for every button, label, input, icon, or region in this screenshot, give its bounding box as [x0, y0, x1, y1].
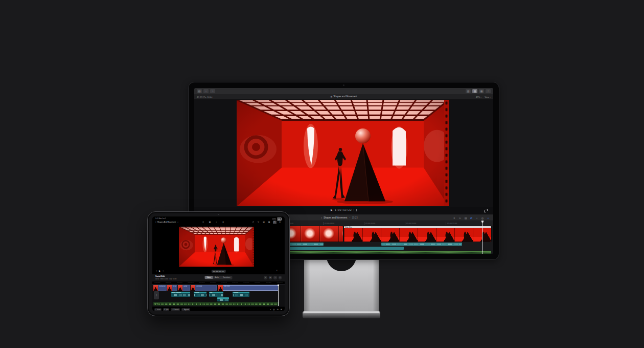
tools-icon[interactable]: ✂	[458, 216, 462, 220]
zoom-out-icon[interactable]: ⊖	[277, 308, 279, 311]
Crash[interactable]: Crash	[217, 297, 229, 301]
ruler-timecode: 01:00:32:00	[446, 222, 457, 225]
Highlight[interactable]: Highlight	[233, 292, 249, 297]
ruler-timecode: 01:00:06:00	[177, 282, 183, 284]
mute-icon[interactable]: ◎	[273, 308, 274, 311]
button-icon: +	[155, 309, 156, 311]
waveform	[194, 294, 206, 297]
audio-meter-icon[interactable]: ‖	[277, 270, 277, 272]
skip-forward-icon[interactable]: »	[163, 270, 164, 272]
music-clip[interactable]: Mr. Tea	[153, 302, 279, 306]
Rise[interactable]: Rise	[209, 292, 223, 297]
background-tasks-icon[interactable]: ◔	[210, 89, 215, 93]
browser-layout-icon[interactable]: ▥	[466, 89, 471, 93]
Rolling Ball[interactable]: Rolling Ball	[153, 285, 167, 291]
Wide Shot[interactable]: Wide Shot	[344, 226, 491, 242]
chevron-down-icon: ∨	[177, 221, 178, 223]
jog-icon[interactable]: ⊙	[201, 221, 205, 224]
ruler-timecode: 01:00:14:00	[221, 282, 227, 284]
viewer-video	[237, 100, 449, 206]
audio-meters-icon[interactable]: ≈	[273, 276, 277, 279]
ruler-timecode: 01:00:20:00	[255, 282, 261, 284]
skimming-icon[interactable]: ⇄	[469, 216, 473, 220]
more-icon[interactable]: …	[280, 270, 282, 272]
clip-name: Room Ambience	[171, 292, 190, 293]
segmented-control: VideoAudioTransitions	[204, 276, 233, 279]
clip-appearance-icon[interactable]: ◑	[264, 276, 267, 279]
settings-icon[interactable]: ⊚	[278, 221, 282, 224]
append-button[interactable]: ≡ Append	[181, 308, 190, 311]
edit-toolbar: + Insert ‖ Split ↑ Connect	[152, 307, 285, 311]
play-icon[interactable]: ▶	[331, 208, 333, 212]
segment[interactable]: Video	[205, 276, 213, 279]
Candy[interactable]: Candy	[178, 285, 190, 291]
solo-icon[interactable]: ◎	[480, 216, 485, 220]
ruler-timecode: 01:00:04:00	[166, 282, 172, 284]
segment[interactable]: Transitions	[221, 276, 233, 279]
ipad-camera	[218, 214, 219, 215]
split-button[interactable]: ‖ Split	[163, 308, 169, 311]
zoom-in-icon[interactable]: ⊕	[281, 308, 282, 311]
undo-icon[interactable]: ↺	[251, 221, 255, 224]
playhead[interactable]	[278, 285, 279, 306]
fullscreen-icon[interactable]	[484, 209, 488, 212]
chevron-down-icon: ∨	[490, 96, 491, 98]
snapping-icon[interactable]: ∩	[486, 216, 490, 220]
waveform	[218, 299, 229, 301]
project-title: ▦Shapes and Movement	[194, 95, 493, 98]
segment[interactable]: Audio	[213, 276, 221, 279]
ruler-timecode: 01:00:08:00	[323, 222, 334, 225]
ruler-timecode: 01:00:18:00	[243, 282, 249, 284]
clip-name: Highlight	[233, 292, 249, 293]
project-menu[interactable]: ‹ Shapes And Movement ∨	[155, 221, 178, 223]
share-icon[interactable]: ▢	[273, 221, 277, 224]
insert-button[interactable]: + Insert	[154, 308, 162, 311]
button-icon: ↑	[172, 309, 173, 311]
playhead[interactable]	[482, 221, 482, 254]
Room Ambience[interactable]: Room Ambience	[171, 292, 190, 297]
share-icon[interactable]: ↑	[486, 89, 491, 93]
audio-skimming-icon[interactable]: ♪	[475, 216, 479, 220]
more-icon[interactable]: ⋯	[279, 276, 282, 279]
audio-clip[interactable]	[381, 243, 462, 246]
viewer-options-icon[interactable]: ▦	[267, 221, 271, 224]
timeline-project-menu[interactable]: Shapes and Movement	[324, 216, 347, 219]
inspector-layout-icon[interactable]: ▦	[479, 89, 484, 93]
project-meta: 00:31 · 3840 x 2160 · 30p · 24 bit	[155, 278, 176, 280]
Overhead[interactable]: Overhead	[191, 285, 217, 291]
snapping-icon[interactable]: ⊙	[269, 276, 272, 279]
clock: 9:41 Mon Jun 5	[155, 217, 166, 220]
skip-back-icon[interactable]: «	[156, 270, 157, 272]
back-chevron-icon[interactable]: ‹	[155, 221, 156, 223]
clip-appearance-icon[interactable]: ▤	[464, 216, 468, 220]
view-menu[interactable]: View∨	[485, 96, 491, 98]
import-icon[interactable]: ↓	[203, 89, 209, 93]
zoom-menu[interactable]: 47%∨	[476, 96, 481, 98]
timeline-layout-icon[interactable]: ▤	[472, 89, 477, 93]
transport-bar: « ▶ » 01:00:13:22 ‖ …	[152, 269, 285, 274]
display-camera	[343, 84, 344, 86]
timeline-header: Social Edit 00:31 · 3840 x 2160 · 30p · …	[152, 274, 285, 281]
Wide Shot[interactable]: Wide Shot	[218, 285, 279, 291]
viewer	[152, 225, 285, 269]
back-chevron-icon[interactable]: ‹	[321, 216, 322, 219]
ruler-timecode: 01:00:10:00	[199, 282, 205, 284]
delete-icon[interactable]: ×	[270, 308, 271, 311]
redo-icon[interactable]: ↻	[257, 221, 260, 224]
Tilt Up[interactable]: Tilt Up	[167, 285, 177, 291]
timeline-tracks: Rolling Ball Tilt Up Candy Overhead	[152, 285, 285, 306]
clip-name: Rise	[209, 292, 223, 293]
Whoosh[interactable]: Whoosh	[194, 292, 206, 297]
play-icon[interactable]: ▶	[159, 270, 160, 272]
sidebar-icon[interactable]: ▤	[197, 89, 202, 93]
browser-icon[interactable]: ▤	[262, 221, 266, 224]
dismiss-icon[interactable]: ⊗	[221, 221, 225, 224]
media-icon[interactable]: ▣	[208, 221, 212, 224]
mic-icon[interactable]: ♪	[215, 221, 218, 224]
timeline-duration: 15:23	[352, 216, 357, 219]
button-icon: ‖	[164, 309, 165, 311]
ruler-timecode: 01:00:08:00	[188, 282, 194, 284]
index-icon[interactable]: ≡	[452, 216, 456, 220]
lane-header-button[interactable]: ▯	[154, 291, 159, 299]
connect-button[interactable]: ↑ Connect	[171, 308, 179, 311]
